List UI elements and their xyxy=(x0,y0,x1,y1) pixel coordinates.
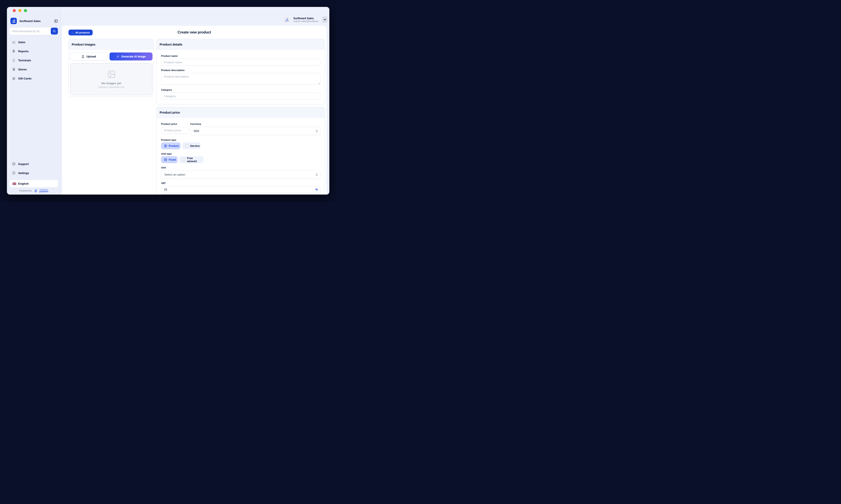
product-type-option-product[interactable]: Product xyxy=(161,143,180,149)
chevron-up-down-icon xyxy=(316,173,318,176)
unit-type-option-free-amount[interactable]: Free amount xyxy=(179,156,203,163)
store-icon xyxy=(12,68,16,71)
gear-icon xyxy=(12,171,16,175)
vat-field: % xyxy=(161,186,321,193)
sidebar-item-label: Settings xyxy=(18,172,29,175)
image-placeholder-icon xyxy=(107,70,116,78)
next-field-partially-visible xyxy=(161,194,321,195)
language-label: English xyxy=(18,182,29,185)
product-images-card: Product images Upload xyxy=(69,39,154,96)
sidebar-item-settings[interactable]: Settings xyxy=(7,168,61,178)
product-price-input[interactable] xyxy=(161,127,189,134)
sidebar-header: Surfboard Sales xyxy=(11,18,58,24)
main-area: payments Surfboard Sales martin+sales@su… xyxy=(61,7,329,195)
chevron-down-icon xyxy=(324,18,326,21)
sidebar-item-label: Stores xyxy=(18,68,27,71)
sidebar-item-label: Gift Cards xyxy=(18,77,32,80)
avatar: payments xyxy=(283,16,290,23)
search-input[interactable] xyxy=(10,28,55,35)
card-title: Product details xyxy=(157,39,325,50)
sidebar-item-gift-cards[interactable]: Gift Cards xyxy=(7,74,61,83)
account-chip: payments Surfboard Sales martin+sales@su… xyxy=(283,16,320,23)
page-title: Create new product xyxy=(62,30,326,35)
product-name-label: Product name xyxy=(161,55,178,57)
sidebar-toggle-icon[interactable] xyxy=(54,19,58,23)
empty-state-subtitle: Upload or generate one xyxy=(98,86,124,88)
category-label: Category xyxy=(161,89,172,91)
sidebar-item-label: Support xyxy=(18,162,29,166)
product-price-card: Product price Product price Currency SEK… xyxy=(156,107,325,195)
search-icon xyxy=(53,30,56,33)
powered-by: Powered by surfboard payments xyxy=(7,189,61,193)
sparkles-icon xyxy=(116,55,119,58)
unit-type-label: Unit type xyxy=(161,152,172,155)
product-price-label: Product price xyxy=(161,123,177,125)
transaction-search xyxy=(9,27,58,35)
radio-unselected-icon xyxy=(185,144,188,147)
sidebar-item-terminals[interactable]: Terminals xyxy=(7,56,61,65)
minimize-window-button[interactable] xyxy=(18,9,21,12)
product-details-card: Product details Product name Product des… xyxy=(156,39,325,104)
radio-unselected-icon xyxy=(182,158,185,161)
powered-by-brand: surfboard payments xyxy=(39,189,48,193)
product-type-label: Product type xyxy=(161,139,176,141)
sidebar: Surfboard Sales xyxy=(7,7,61,195)
card-title: Product images xyxy=(69,39,154,50)
content-panel: ← All products Create new product Produc… xyxy=(62,26,326,195)
account-name: Surfboard Sales xyxy=(293,17,320,20)
sales-chart-icon xyxy=(12,40,16,44)
sidebar-item-reports[interactable]: Reports xyxy=(7,47,61,56)
product-description-input[interactable] xyxy=(161,73,321,85)
lifebuoy-icon xyxy=(12,162,16,166)
unit-type-option-fixed[interactable]: Fixed xyxy=(161,156,178,163)
sidebar-item-label: Sales xyxy=(18,41,25,44)
sidebar-footer-nav: Support Settings xyxy=(7,159,61,178)
gift-icon xyxy=(12,77,16,80)
account-email: martin+sales@surfboar... xyxy=(293,20,320,23)
sidebar-item-support[interactable]: Support xyxy=(7,159,61,168)
chevron-up-down-icon xyxy=(316,129,318,132)
language-selector[interactable]: English xyxy=(9,180,58,188)
maximize-window-button[interactable] xyxy=(24,9,27,12)
sidebar-item-stores[interactable]: Stores xyxy=(7,65,61,74)
sidebar-nav: Sales Reports xyxy=(7,38,61,83)
uk-flag-icon xyxy=(13,182,16,185)
radio-selected-icon xyxy=(164,144,167,147)
radio-selected-icon xyxy=(164,158,167,161)
surfer-logo-icon xyxy=(34,189,38,193)
card-title: Product price xyxy=(157,107,325,118)
currency-value: SEK xyxy=(194,129,199,132)
empty-state-title: No images yet xyxy=(102,82,121,85)
currency-select[interactable]: SEK xyxy=(190,127,321,135)
app-window: Surfboard Sales xyxy=(7,7,329,195)
unit-value: Select an option xyxy=(164,173,185,176)
upload-icon xyxy=(82,55,85,58)
account-info: Surfboard Sales martin+sales@surfboar... xyxy=(293,17,320,23)
image-dropzone[interactable]: No images yet Upload or generate one xyxy=(70,63,153,95)
powered-by-text: Powered by xyxy=(19,190,32,192)
account-menu-button[interactable] xyxy=(322,16,328,23)
percent-suffix: % xyxy=(315,186,318,193)
search-button[interactable] xyxy=(51,28,58,35)
sidebar-item-sales[interactable]: Sales xyxy=(7,38,61,47)
product-type-option-service[interactable]: Service xyxy=(182,143,200,149)
currency-label: Currency xyxy=(190,123,201,125)
unit-select[interactable]: Select an option xyxy=(161,170,321,179)
window-controls xyxy=(13,9,27,12)
unit-label: Unit xyxy=(161,166,166,169)
vat-input[interactable] xyxy=(161,186,321,193)
sidebar-item-label: Reports xyxy=(18,50,29,53)
product-description-label: Product description xyxy=(161,69,185,71)
report-file-icon xyxy=(12,50,16,53)
category-input[interactable] xyxy=(161,93,321,100)
vat-label: VAT xyxy=(161,182,166,184)
generate-ai-image-button[interactable]: Generate AI Image xyxy=(109,53,153,60)
sidebar-item-label: Terminals xyxy=(18,59,31,62)
terminal-phone-icon xyxy=(12,58,16,62)
upload-image-button[interactable]: Upload xyxy=(70,53,107,60)
surfer-logo-icon xyxy=(11,18,17,24)
app-title: Surfboard Sales xyxy=(19,19,54,23)
close-window-button[interactable] xyxy=(13,9,16,12)
product-name-input[interactable] xyxy=(161,59,321,66)
